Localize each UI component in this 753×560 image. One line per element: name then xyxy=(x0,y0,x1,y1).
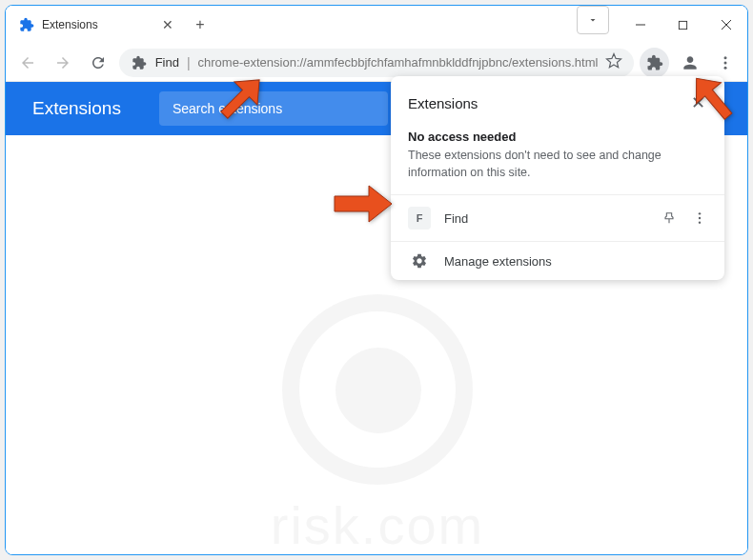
puzzle-icon xyxy=(646,54,663,71)
titlebar: Extensions ✕ + xyxy=(6,6,747,44)
svg-point-8 xyxy=(699,217,701,219)
minimize-button[interactable] xyxy=(619,10,661,39)
annotation-arrow-icon xyxy=(208,65,275,135)
star-icon xyxy=(605,52,622,70)
manage-extensions-label: Manage extensions xyxy=(444,254,715,269)
browser-tab[interactable]: Extensions ✕ xyxy=(6,6,187,44)
extension-row-find[interactable]: F Find xyxy=(391,194,724,241)
back-button[interactable] xyxy=(13,48,43,78)
annotation-arrow-icon xyxy=(680,65,746,135)
no-access-description: These extensions don't need to see and c… xyxy=(408,148,707,181)
extension-letter-icon: F xyxy=(408,207,431,230)
tab-title: Extensions xyxy=(42,18,153,31)
extensions-popup: Extensions ✕ No access needed These exte… xyxy=(391,76,724,280)
window-controls xyxy=(619,6,747,44)
svg-point-4 xyxy=(723,56,726,59)
tab-search-button[interactable] xyxy=(577,6,609,34)
watermark: risk.com xyxy=(139,253,616,555)
close-tab-icon[interactable]: ✕ xyxy=(160,17,175,32)
puzzle-icon xyxy=(19,17,34,32)
gear-icon xyxy=(408,250,431,272)
new-tab-button[interactable]: + xyxy=(187,6,214,44)
svg-point-5 xyxy=(723,61,726,64)
forward-button[interactable] xyxy=(49,48,78,78)
extensions-button[interactable] xyxy=(640,48,669,78)
arrow-right-icon xyxy=(54,54,71,71)
popup-title: Extensions xyxy=(408,95,478,111)
omnibox-ext-name: Find xyxy=(155,55,179,70)
extension-more-button[interactable] xyxy=(684,203,715,233)
manage-extensions-row[interactable]: Manage extensions xyxy=(391,241,724,280)
no-access-heading: No access needed xyxy=(408,130,707,144)
svg-point-7 xyxy=(699,212,701,214)
more-vert-icon xyxy=(692,210,707,226)
puzzle-icon xyxy=(131,54,148,71)
address-bar[interactable]: Find | chrome-extension://ammfecbbjfchfa… xyxy=(119,49,635,77)
svg-rect-1 xyxy=(679,21,686,29)
reload-icon xyxy=(90,54,107,71)
arrow-left-icon xyxy=(19,54,36,71)
reload-button[interactable] xyxy=(84,48,113,78)
close-window-button[interactable] xyxy=(704,10,747,39)
maximize-button[interactable] xyxy=(661,10,704,39)
chevron-down-icon xyxy=(587,14,599,26)
extension-row-label: Find xyxy=(444,211,654,226)
pin-icon xyxy=(661,210,677,226)
svg-point-9 xyxy=(699,221,701,223)
page-title: Extensions xyxy=(32,98,121,119)
annotation-arrow-icon xyxy=(329,183,396,229)
bookmark-button[interactable] xyxy=(605,52,622,72)
pin-button[interactable] xyxy=(654,203,684,233)
